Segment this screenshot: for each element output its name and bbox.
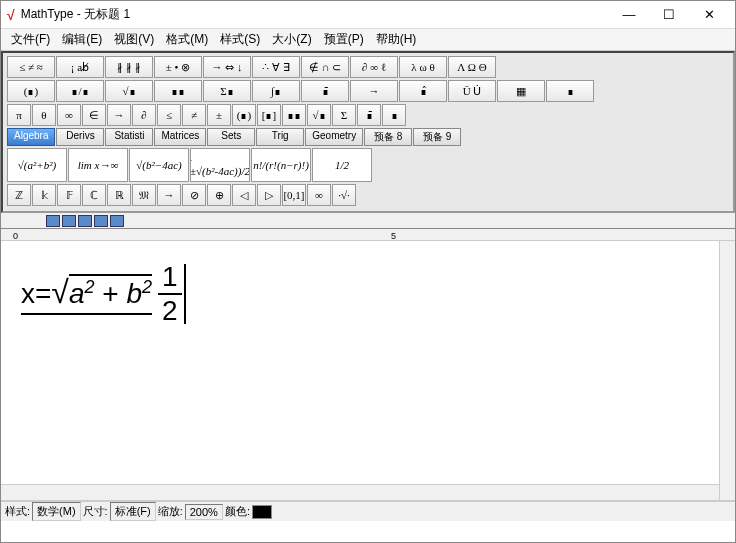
tab-trig[interactable]: Trig xyxy=(256,128,304,146)
sym-operators[interactable]: ± • ⊗ xyxy=(154,56,202,78)
sym-logic[interactable]: ∴ ∀ ∃ xyxy=(252,56,300,78)
tpl-half[interactable]: 1/2 xyxy=(312,148,372,182)
scrollbar-horizontal[interactable] xyxy=(1,484,719,500)
close-button[interactable]: ✕ xyxy=(689,3,729,27)
q2-interval[interactable]: [0,1] xyxy=(282,184,306,206)
menu-edit[interactable]: 编辑(E) xyxy=(56,29,108,50)
q2-oplus[interactable]: ⊕ xyxy=(207,184,231,206)
tab-geometry[interactable]: Geometry xyxy=(305,128,363,146)
sym-spaces[interactable]: ¡ ab̸ xyxy=(56,56,104,78)
status-size-value[interactable]: 标准(F) xyxy=(110,502,156,521)
menu-file[interactable]: 文件(F) xyxy=(5,29,56,50)
q2-tri-l[interactable]: ◁ xyxy=(232,184,256,206)
tpl-matrix[interactable]: ▦ xyxy=(497,80,545,102)
sym-greek-upper[interactable]: Λ Ω Θ xyxy=(448,56,496,78)
editor-canvas[interactable]: x=√a2 + b2 1 2 xyxy=(1,241,735,501)
tpl-fence[interactable]: (∎) xyxy=(7,80,55,102)
status-style-value[interactable]: 数学(M) xyxy=(32,502,81,521)
q-bar[interactable]: ∎̄ xyxy=(357,104,381,126)
sym-misc[interactable]: ∂ ∞ ℓ xyxy=(350,56,398,78)
ruler-mark-5: 5 xyxy=(391,231,396,241)
tpl-quadratic[interactable]: (-b±√(b²-4ac))/2a xyxy=(190,148,250,182)
tpl-arrow[interactable]: → xyxy=(350,80,398,102)
status-color-swatch[interactable] xyxy=(252,505,272,519)
tab-statistics[interactable]: Statisti xyxy=(105,128,153,146)
tpl-pythag[interactable]: √(a²+b²) xyxy=(7,148,67,182)
q2-arrow[interactable]: → xyxy=(157,184,181,206)
q2-z[interactable]: ℤ xyxy=(7,184,31,206)
q2-tri-r[interactable]: ▷ xyxy=(257,184,281,206)
sym-relations[interactable]: ≤ ≠ ≈ xyxy=(7,56,55,78)
q2-k[interactable]: 𝕜 xyxy=(32,184,56,206)
align-tab-1[interactable] xyxy=(46,215,60,227)
tpl-product[interactable]: ∎̂ xyxy=(399,80,447,102)
q-bracket[interactable]: [∎] xyxy=(257,104,281,126)
menu-size[interactable]: 大小(Z) xyxy=(266,29,317,50)
tpl-limit[interactable]: lim x→∞ xyxy=(68,148,128,182)
small-row: π θ ∞ ∈ → ∂ ≤ ≠ ± (∎) [∎] ∎∎ √∎ Σ ∎̄ ∎ xyxy=(7,104,729,126)
q-partial[interactable]: ∂ xyxy=(132,104,156,126)
q-pi[interactable]: π xyxy=(7,104,31,126)
sym-arrows[interactable]: → ⇔ ↓ xyxy=(203,56,251,78)
tpl-sum[interactable]: Σ∎ xyxy=(203,80,251,102)
tab-matrices[interactable]: Matrices xyxy=(154,128,206,146)
tpl-subsup[interactable]: ∎∎ xyxy=(154,80,202,102)
q-infty[interactable]: ∞ xyxy=(57,104,81,126)
q2-oslash[interactable]: ⊘ xyxy=(182,184,206,206)
tab-algebra[interactable]: Algebra xyxy=(7,128,55,146)
eq-lhs: x= xyxy=(21,278,51,309)
q-pm[interactable]: ± xyxy=(207,104,231,126)
tpl-hat[interactable]: Ū U̇ xyxy=(448,80,496,102)
align-tab-2[interactable] xyxy=(62,215,76,227)
q-sqrt[interactable]: √∎ xyxy=(307,104,331,126)
menu-view[interactable]: 视图(V) xyxy=(108,29,160,50)
q2-infty[interactable]: ∞ xyxy=(307,184,331,206)
q2-c[interactable]: ℂ xyxy=(82,184,106,206)
equation[interactable]: x=√a2 + b2 1 2 xyxy=(21,261,186,327)
align-tab-5[interactable] xyxy=(110,215,124,227)
q-slot[interactable]: ∎ xyxy=(382,104,406,126)
ruler-scale[interactable]: 0 5 xyxy=(1,228,735,240)
q-in[interactable]: ∈ xyxy=(82,104,106,126)
tpl-fraction[interactable]: ∎/∎ xyxy=(56,80,104,102)
tpl-overbar[interactable]: ∎̄ xyxy=(301,80,349,102)
menu-preferences[interactable]: 预置(P) xyxy=(318,29,370,50)
maximize-button[interactable]: ☐ xyxy=(649,3,689,27)
sym-embellish[interactable]: ∦ ∦ ∦ xyxy=(105,56,153,78)
tab-reserve-9[interactable]: 预备 9 xyxy=(413,128,461,146)
status-style-label: 样式: xyxy=(5,504,30,519)
tab-derivs[interactable]: Derivs xyxy=(56,128,104,146)
q2-sqrt[interactable]: ·√· xyxy=(332,184,356,206)
q-arrow[interactable]: → xyxy=(107,104,131,126)
tab-reserve-8[interactable]: 预备 8 xyxy=(364,128,412,146)
sym-settheory[interactable]: ∉ ∩ ⊂ xyxy=(301,56,349,78)
menu-help[interactable]: 帮助(H) xyxy=(370,29,423,50)
q2-m[interactable]: 𝔐 xyxy=(132,184,156,206)
small-row-2: ℤ 𝕜 𝔽 ℂ ℝ 𝔐 → ⊘ ⊕ ◁ ▷ [0,1] ∞ ·√· xyxy=(7,184,729,206)
tpl-radical[interactable]: √∎ xyxy=(105,80,153,102)
scrollbar-vertical[interactable] xyxy=(719,241,735,500)
status-zoom-value[interactable]: 200% xyxy=(185,504,223,520)
align-tab-3[interactable] xyxy=(78,215,92,227)
toolbar-area: ≤ ≠ ≈ ¡ ab̸ ∦ ∦ ∦ ± • ⊗ → ⇔ ↓ ∴ ∀ ∃ ∉ ∩ … xyxy=(1,51,735,213)
q2-r[interactable]: ℝ xyxy=(107,184,131,206)
symbol-row-1: ≤ ≠ ≈ ¡ ab̸ ∦ ∦ ∦ ± • ⊗ → ⇔ ↓ ∴ ∀ ∃ ∉ ∩ … xyxy=(7,56,729,78)
minimize-button[interactable]: — xyxy=(609,3,649,27)
q-sup[interactable]: ∎∎ xyxy=(282,104,306,126)
q-paren[interactable]: (∎) xyxy=(232,104,256,126)
q2-f[interactable]: 𝔽 xyxy=(57,184,81,206)
tpl-binom[interactable]: n!/(r!(n−r)!) xyxy=(251,148,311,182)
q-sigma[interactable]: Σ xyxy=(332,104,356,126)
tpl-box[interactable]: ∎ xyxy=(546,80,594,102)
tab-sets[interactable]: Sets xyxy=(207,128,255,146)
sym-greek-lower[interactable]: λ ω θ xyxy=(399,56,447,78)
q-ne[interactable]: ≠ xyxy=(182,104,206,126)
eq-a-exp: 2 xyxy=(85,276,95,296)
q-le[interactable]: ≤ xyxy=(157,104,181,126)
align-tab-4[interactable] xyxy=(94,215,108,227)
tpl-integral[interactable]: ∫∎ xyxy=(252,80,300,102)
tpl-discrim[interactable]: √(b²−4ac) xyxy=(129,148,189,182)
menu-format[interactable]: 格式(M) xyxy=(160,29,214,50)
q-theta[interactable]: θ xyxy=(32,104,56,126)
menu-style[interactable]: 样式(S) xyxy=(214,29,266,50)
